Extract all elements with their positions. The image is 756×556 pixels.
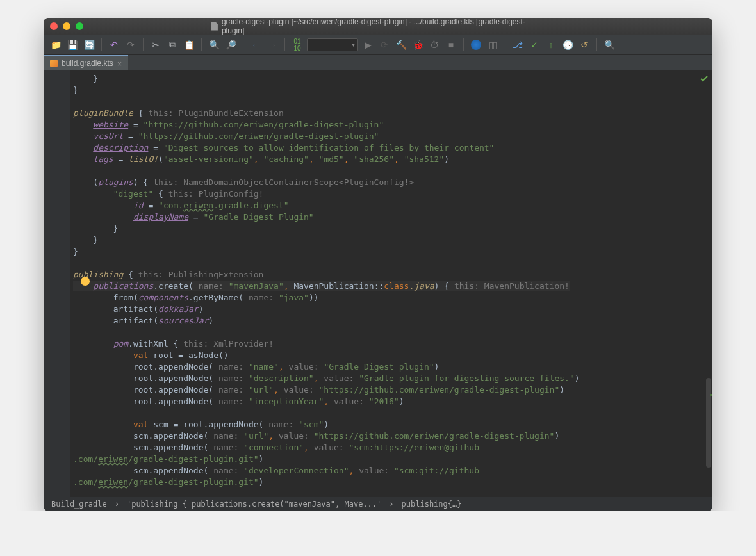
chevron-right-icon: › (389, 500, 393, 509)
inspect-icon[interactable]: 🔍 (602, 38, 616, 52)
profile-icon[interactable]: ⏱ (427, 38, 441, 52)
redo-icon[interactable]: ↷ (124, 38, 138, 52)
refresh-icon[interactable]: 🔄 (82, 38, 96, 52)
intention-bulb-icon[interactable] (81, 277, 90, 286)
stop-icon[interactable]: ■ (444, 38, 458, 52)
debug-icon[interactable]: 🐞 (411, 38, 425, 52)
rollback-icon[interactable]: ↺ (577, 38, 591, 52)
chevron-right-icon: › (115, 500, 119, 509)
editor[interactable]: } } pluginBundle { this: PluginBundleExt… (44, 70, 712, 497)
breadcrumb-item[interactable]: 'publishing { publications.create("maven… (127, 500, 381, 509)
commit-icon[interactable]: ✓ (527, 38, 541, 52)
undo-icon[interactable]: ↶ (107, 38, 121, 52)
zoom-icon[interactable] (76, 22, 83, 30)
sync-icon[interactable]: ⟳ (377, 38, 391, 52)
marker-stripe[interactable] (710, 394, 712, 396)
paste-icon[interactable]: 📋 (182, 38, 196, 52)
traffic-lights (50, 22, 83, 30)
folder-open-icon[interactable]: 📁 (49, 38, 63, 52)
tab-label: build.gradle.kts (62, 59, 113, 68)
editor-tabs: build.gradle.kts × (44, 55, 712, 70)
gutter[interactable] (44, 70, 70, 497)
main-toolbar: 📁 💾 🔄 ↶ ↷ ✂ ⧉ 📋 🔍 🔎 ← → 0110 ▾ ▶ ⟳ 🔨 🐞 ⏱… (44, 35, 712, 55)
branch-icon[interactable]: ⎇ (511, 38, 525, 52)
history-icon[interactable]: 🕓 (561, 38, 575, 52)
forward-icon[interactable]: → (265, 38, 279, 52)
close-icon[interactable] (50, 22, 58, 30)
bytecode-icon[interactable]: 0110 (290, 38, 304, 52)
search-icon[interactable]: 🔍 (207, 38, 221, 52)
breadcrumb-item[interactable]: publishing{…} (402, 500, 462, 509)
minimize-icon[interactable] (63, 22, 70, 30)
breadcrumb-item[interactable]: Build_gradle (51, 500, 107, 509)
close-icon[interactable]: × (117, 59, 122, 69)
indicator-icon[interactable] (469, 38, 483, 52)
kotlin-file-icon (50, 60, 58, 67)
push-icon[interactable]: ↑ (544, 38, 558, 52)
structure-icon[interactable]: ▥ (486, 38, 500, 52)
window-title: gradle-digest-plugin [~/src/eriwen/gradl… (211, 18, 545, 35)
save-icon[interactable]: 💾 (65, 38, 79, 52)
run-icon[interactable]: ▶ (361, 38, 375, 52)
scrollbar-thumb[interactable] (706, 378, 711, 468)
vertical-scrollbar[interactable] (705, 70, 712, 497)
build-icon[interactable]: 🔨 (394, 38, 408, 52)
cut-icon[interactable]: ✂ (149, 38, 163, 52)
tab-build-gradle-kts[interactable]: build.gradle.kts × (44, 55, 128, 70)
replace-icon[interactable]: 🔎 (224, 38, 238, 52)
back-icon[interactable]: ← (249, 38, 263, 52)
file-icon (211, 22, 218, 31)
title-bar[interactable]: gradle-digest-plugin [~/src/eriwen/gradl… (44, 18, 712, 35)
code-content[interactable]: } } pluginBundle { this: PluginBundleExt… (70, 70, 712, 497)
run-config-combo[interactable]: ▾ (307, 38, 358, 51)
ide-window: gradle-digest-plugin [~/src/eriwen/gradl… (44, 18, 712, 511)
copy-icon[interactable]: ⧉ (165, 38, 179, 52)
breadcrumb-bar[interactable]: Build_gradle › 'publishing { publication… (44, 497, 712, 511)
